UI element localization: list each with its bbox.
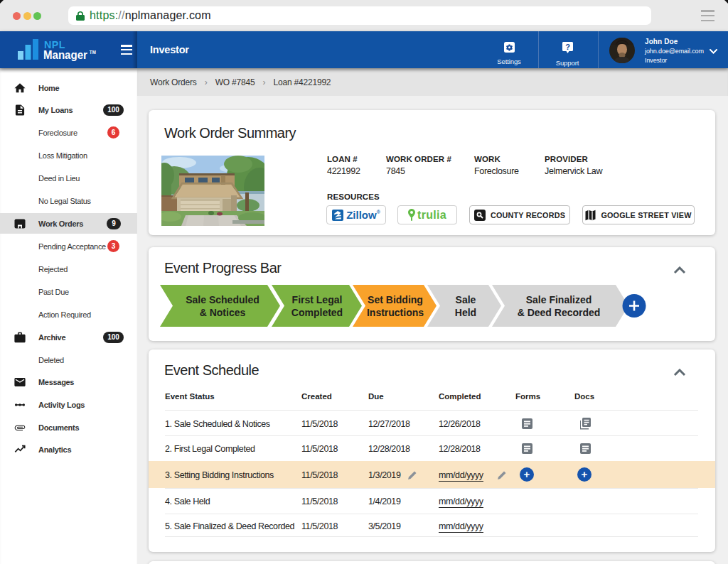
svg-text:Sale Scheduled: Sale Scheduled bbox=[186, 294, 259, 305]
svg-text:Sale Finalized: Sale Finalized bbox=[526, 294, 592, 305]
svg-text:Sale: Sale bbox=[456, 294, 476, 305]
svg-text:First Legal: First Legal bbox=[292, 294, 343, 305]
svg-text:Set Bidding: Set Bidding bbox=[368, 294, 423, 305]
svg-text:Completed: Completed bbox=[291, 307, 343, 318]
svg-text:?: ? bbox=[565, 43, 570, 51]
svg-text:Held: Held bbox=[455, 307, 476, 318]
svg-text:& Deed Recorded: & Deed Recorded bbox=[518, 307, 601, 318]
svg-text:Instructions: Instructions bbox=[367, 307, 424, 318]
svg-text:& Notices: & Notices bbox=[200, 307, 246, 318]
